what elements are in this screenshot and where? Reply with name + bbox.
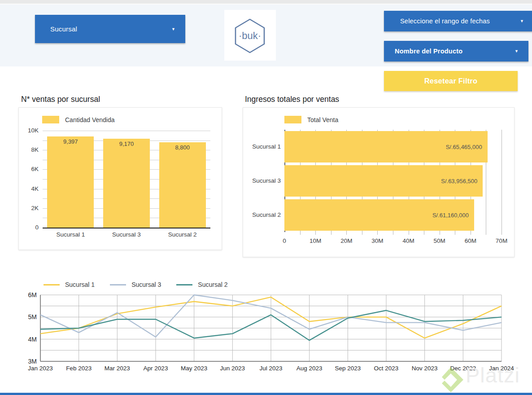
x-axis-tick-label: 0 (273, 237, 296, 244)
sucursal-filter-dropdown[interactable]: Sucursal ▼ (35, 15, 185, 43)
y-axis-tick-label: 2K (19, 205, 39, 211)
monthly-sales-line-chart (40, 295, 501, 361)
chart-legend: Total Venta (284, 116, 338, 123)
chevron-down-icon: ▼ (515, 49, 519, 53)
y-axis-tick-label: 8K (19, 146, 39, 153)
y-axis-tick-label: 6M (19, 291, 37, 298)
bar-sucursal-1: S/.65,465,000 (284, 131, 488, 162)
chevron-down-icon: ▼ (171, 27, 175, 31)
x-axis-month-label: Sep 2023 (328, 365, 367, 372)
legend-swatch (284, 116, 301, 123)
platzi-logo-icon (438, 367, 464, 395)
bar-value-label: S/.65,465,000 (446, 131, 482, 162)
x-axis-category-label: Sucursal 1 (43, 231, 99, 238)
bar-value-label: 9,170 (103, 140, 150, 147)
x-axis-tick-label: 10M (304, 237, 327, 244)
y-axis-tick-label: 4M (19, 336, 37, 343)
bottom-accent-bar (0, 393, 532, 395)
line-swatch-sucursal-2 (176, 284, 192, 285)
bar-sucursal-3: S/.63,956,500 (284, 165, 483, 197)
bar-value-label: S/.61,160,000 (432, 199, 469, 231)
legend-label: Sucursal 2 (198, 281, 227, 288)
x-axis-month-label: Oct 2023 (367, 365, 406, 372)
reset-filter-label: Resetear Filtro (424, 77, 478, 85)
legend-swatch (42, 116, 59, 123)
y-axis-tick-label: 3M (19, 358, 37, 365)
grid-line (501, 130, 502, 235)
x-axis-month-label: Apr 2023 (136, 365, 175, 372)
x-axis-month-label: May 2023 (175, 365, 214, 372)
bar-value-label: S/.63,956,500 (441, 165, 477, 197)
legend-item: Sucursal 3 (110, 281, 161, 288)
x-axis-category-label: Sucursal 3 (99, 231, 155, 238)
x-axis-month-label: Mar 2023 (98, 365, 136, 372)
legend-label: Cantidad Vendida (65, 116, 115, 123)
top-window-strip (0, 0, 532, 4)
line-swatch-sucursal-1 (44, 284, 60, 285)
product-filter-label: Nombre del Producto (395, 48, 462, 55)
reset-filter-button[interactable]: Resetear Filtro (384, 71, 518, 91)
grid-line (43, 131, 210, 131)
x-axis-tick-label: 70M (490, 237, 513, 244)
legend-item: Sucursal 1 (44, 281, 95, 288)
x-axis-tick-label: 20M (335, 237, 358, 244)
legend-label: Total Venta (307, 116, 338, 123)
legend-label: Sucursal 1 (65, 281, 95, 288)
y-axis-tick-label: 4K (19, 185, 39, 192)
line-chart-legend: Sucursal 1 Sucursal 3 Sucursal 2 (44, 281, 227, 288)
y-axis-tick-label: 10K (19, 127, 39, 134)
bar-value-label: 8,800 (159, 144, 206, 151)
legend-label: Sucursal 3 (131, 281, 161, 288)
x-axis-month-label: Jan 2023 (21, 365, 60, 372)
chevron-down-icon: ▼ (520, 19, 524, 23)
x-axis-month-label: Jun 2023 (213, 365, 252, 372)
x-axis-month-label: Jul 2023 (252, 365, 290, 372)
dashboard: Sucursal ▼ ·buk· Seleccione el rango de … (0, 0, 532, 395)
y-axis-tick-label: 5M (19, 313, 37, 320)
ingresos-totales-chart: Total Venta S/.65,465,000Sucursal 1S/.63… (243, 107, 515, 257)
x-axis-tick-label: 30M (366, 237, 388, 244)
bar-sucursal-1: 9,397 (47, 136, 94, 228)
y-axis-category-label: Sucursal 3 (243, 165, 281, 197)
x-axis-line (43, 228, 210, 228)
buk-hexagon-icon: ·buk· (224, 10, 276, 61)
date-range-filter-dropdown[interactable]: Seleccione el rango de fechas ▼ (384, 11, 532, 31)
x-axis-tick-label: 40M (397, 237, 420, 244)
x-axis-month-label: Feb 2023 (60, 365, 98, 372)
y-axis-category-label: Sucursal 2 (243, 199, 281, 231)
x-axis-tick-label: 50M (428, 237, 451, 244)
bar-sucursal-2: S/.61,160,000 (284, 199, 474, 231)
date-range-filter-label: Seleccione el rango de fechas (400, 18, 490, 25)
y-axis-tick-label: 6K (19, 166, 39, 172)
line-chart-svg (40, 295, 501, 361)
line-swatch-sucursal-3 (110, 284, 126, 285)
y-axis-category-label: Sucursal 1 (243, 131, 281, 162)
ventas-por-sucursal-chart: Cantidad Vendida 02K4K6K8K10K9,397Sucurs… (18, 107, 222, 250)
buk-logo: ·buk· (224, 10, 276, 61)
y-axis-tick-label: 0 (19, 224, 39, 231)
buk-logo-text: ·buk· (239, 30, 261, 41)
platzi-watermark-text: Platzi (466, 363, 520, 387)
x-axis-tick-label: 60M (459, 237, 482, 244)
chart-legend: Cantidad Vendida (42, 116, 115, 123)
legend-item: Sucursal 2 (176, 281, 227, 288)
bar-sucursal-2: 8,800 (159, 142, 206, 228)
bar-chart-title: N* ventas por sucursal (21, 95, 100, 104)
x-axis-category-label: Sucursal 2 (154, 231, 210, 238)
product-filter-dropdown[interactable]: Nombre del Producto ▼ (384, 41, 528, 61)
bar-sucursal-3: 9,170 (103, 139, 150, 228)
x-axis-month-label: Aug 2023 (290, 365, 329, 372)
sucursal-filter-label: Sucursal (50, 25, 77, 33)
bar-value-label: 9,397 (47, 138, 94, 145)
hbar-chart-title: Ingresos totales por ventas (245, 95, 339, 104)
